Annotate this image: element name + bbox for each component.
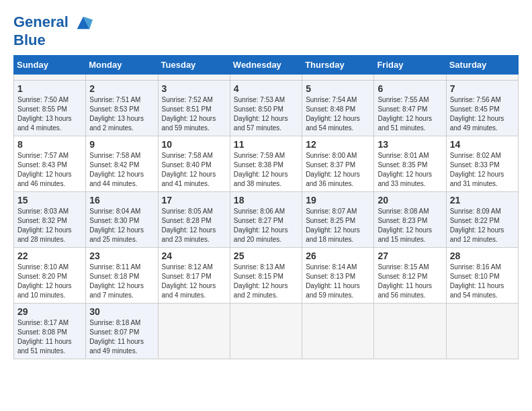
day-info: Sunrise: 7:50 AM Sunset: 8:55 PM Dayligh…: [17, 95, 82, 133]
day-number: 7: [450, 83, 515, 94]
col-header-friday: Friday: [374, 56, 446, 75]
day-number: 21: [450, 195, 515, 205]
col-header-saturday: Saturday: [446, 56, 518, 75]
calendar-cell: 18Sunrise: 8:06 AM Sunset: 8:27 PM Dayli…: [230, 192, 302, 248]
calendar-cell: 22Sunrise: 8:10 AM Sunset: 8:20 PM Dayli…: [14, 248, 86, 304]
day-info: Sunrise: 7:56 AM Sunset: 8:45 PM Dayligh…: [450, 95, 515, 133]
day-number: 3: [162, 83, 226, 94]
day-number: 17: [162, 195, 226, 205]
calendar-cell: 30Sunrise: 8:18 AM Sunset: 8:07 PM Dayli…: [86, 304, 158, 359]
day-info: Sunrise: 8:03 AM Sunset: 8:32 PM Dayligh…: [17, 207, 82, 244]
calendar-cell: 19Sunrise: 8:07 AM Sunset: 8:25 PM Dayli…: [302, 192, 374, 248]
day-info: Sunrise: 7:57 AM Sunset: 8:43 PM Dayligh…: [17, 151, 82, 189]
calendar-cell: 20Sunrise: 8:08 AM Sunset: 8:23 PM Dayli…: [374, 192, 446, 248]
day-number: 9: [89, 139, 154, 150]
calendar-cell: [14, 75, 86, 81]
day-number: 5: [306, 83, 370, 94]
calendar-cell: 4Sunrise: 7:53 AM Sunset: 8:50 PM Daylig…: [230, 81, 302, 136]
calendar-cell: 12Sunrise: 8:00 AM Sunset: 8:37 PM Dayli…: [302, 136, 374, 192]
day-number: 16: [89, 195, 154, 205]
calendar-cell: 29Sunrise: 8:17 AM Sunset: 8:08 PM Dayli…: [14, 304, 86, 359]
day-number: 27: [378, 250, 442, 261]
calendar-cell: 17Sunrise: 8:05 AM Sunset: 8:28 PM Dayli…: [158, 192, 230, 248]
day-number: 8: [17, 139, 82, 150]
day-number: 13: [378, 139, 442, 150]
calendar-cell: [86, 75, 158, 81]
calendar-cell: 2Sunrise: 7:51 AM Sunset: 8:53 PM Daylig…: [86, 81, 158, 136]
day-number: 23: [89, 250, 154, 261]
day-number: 10: [162, 139, 226, 150]
calendar-cell: 23Sunrise: 8:11 AM Sunset: 8:18 PM Dayli…: [86, 248, 158, 304]
day-info: Sunrise: 7:54 AM Sunset: 8:48 PM Dayligh…: [306, 95, 370, 133]
calendar-cell: 9Sunrise: 7:58 AM Sunset: 8:42 PM Daylig…: [86, 136, 158, 192]
day-info: Sunrise: 8:16 AM Sunset: 8:10 PM Dayligh…: [450, 263, 515, 300]
calendar-cell: 15Sunrise: 8:03 AM Sunset: 8:32 PM Dayli…: [14, 192, 86, 248]
calendar-cell: [374, 304, 446, 359]
col-header-thursday: Thursday: [302, 56, 374, 75]
day-info: Sunrise: 8:07 AM Sunset: 8:25 PM Dayligh…: [306, 207, 370, 244]
day-number: 6: [378, 83, 442, 94]
day-number: 12: [306, 139, 370, 150]
day-info: Sunrise: 8:06 AM Sunset: 8:27 PM Dayligh…: [234, 207, 298, 244]
logo-text: General: [13, 13, 93, 32]
day-info: Sunrise: 8:01 AM Sunset: 8:35 PM Dayligh…: [378, 151, 442, 189]
calendar-cell: [302, 304, 374, 359]
calendar-week-row: 22Sunrise: 8:10 AM Sunset: 8:20 PM Dayli…: [14, 248, 519, 304]
col-header-wednesday: Wednesday: [230, 56, 302, 75]
day-number: 26: [306, 250, 370, 261]
day-info: Sunrise: 7:51 AM Sunset: 8:53 PM Dayligh…: [89, 95, 154, 133]
day-info: Sunrise: 7:58 AM Sunset: 8:40 PM Dayligh…: [162, 151, 226, 189]
calendar-cell: 21Sunrise: 8:09 AM Sunset: 8:22 PM Dayli…: [446, 192, 518, 248]
calendar-table: SundayMondayTuesdayWednesdayThursdayFrid…: [13, 55, 519, 359]
calendar-week-row: [14, 75, 519, 81]
calendar-header-row: SundayMondayTuesdayWednesdayThursdayFrid…: [14, 56, 519, 75]
day-number: 19: [306, 195, 370, 205]
day-info: Sunrise: 8:10 AM Sunset: 8:20 PM Dayligh…: [17, 263, 82, 300]
calendar-cell: [374, 75, 446, 81]
calendar-cell: 10Sunrise: 7:58 AM Sunset: 8:40 PM Dayli…: [158, 136, 230, 192]
day-info: Sunrise: 7:52 AM Sunset: 8:51 PM Dayligh…: [162, 95, 226, 133]
day-number: 29: [17, 306, 82, 317]
day-info: Sunrise: 8:05 AM Sunset: 8:28 PM Dayligh…: [162, 207, 226, 244]
day-info: Sunrise: 8:02 AM Sunset: 8:33 PM Dayligh…: [450, 151, 515, 189]
calendar-cell: [158, 304, 230, 359]
calendar-cell: [302, 75, 374, 81]
calendar-cell: [230, 304, 302, 359]
day-number: 11: [234, 139, 298, 150]
day-info: Sunrise: 8:13 AM Sunset: 8:15 PM Dayligh…: [234, 263, 298, 300]
calendar-cell: [446, 75, 518, 81]
day-number: 14: [450, 139, 515, 150]
calendar-cell: 5Sunrise: 7:54 AM Sunset: 8:48 PM Daylig…: [302, 81, 374, 136]
page-header: General Blue: [13, 13, 519, 48]
day-info: Sunrise: 8:17 AM Sunset: 8:08 PM Dayligh…: [17, 318, 82, 356]
calendar-week-row: 15Sunrise: 8:03 AM Sunset: 8:32 PM Dayli…: [14, 192, 519, 248]
calendar-cell: 7Sunrise: 7:56 AM Sunset: 8:45 PM Daylig…: [446, 81, 518, 136]
calendar-cell: 27Sunrise: 8:15 AM Sunset: 8:12 PM Dayli…: [374, 248, 446, 304]
day-info: Sunrise: 8:18 AM Sunset: 8:07 PM Dayligh…: [89, 318, 154, 356]
day-info: Sunrise: 8:14 AM Sunset: 8:13 PM Dayligh…: [306, 263, 370, 300]
day-info: Sunrise: 8:00 AM Sunset: 8:37 PM Dayligh…: [306, 151, 370, 189]
day-info: Sunrise: 8:09 AM Sunset: 8:22 PM Dayligh…: [450, 207, 515, 244]
day-number: 25: [234, 250, 298, 261]
calendar-week-row: 8Sunrise: 7:57 AM Sunset: 8:43 PM Daylig…: [14, 136, 519, 192]
calendar-cell: 1Sunrise: 7:50 AM Sunset: 8:55 PM Daylig…: [14, 81, 86, 136]
day-number: 2: [89, 83, 154, 94]
col-header-sunday: Sunday: [14, 56, 86, 75]
day-info: Sunrise: 8:08 AM Sunset: 8:23 PM Dayligh…: [378, 207, 442, 244]
calendar-cell: 3Sunrise: 7:52 AM Sunset: 8:51 PM Daylig…: [158, 81, 230, 136]
day-number: 28: [450, 250, 515, 261]
day-info: Sunrise: 8:04 AM Sunset: 8:30 PM Dayligh…: [89, 207, 154, 244]
calendar-cell: 6Sunrise: 7:55 AM Sunset: 8:47 PM Daylig…: [374, 81, 446, 136]
day-info: Sunrise: 7:58 AM Sunset: 8:42 PM Dayligh…: [89, 151, 154, 189]
calendar-cell: 24Sunrise: 8:12 AM Sunset: 8:17 PM Dayli…: [158, 248, 230, 304]
calendar-cell: 16Sunrise: 8:04 AM Sunset: 8:30 PM Dayli…: [86, 192, 158, 248]
day-number: 20: [378, 195, 442, 205]
calendar-cell: 11Sunrise: 7:59 AM Sunset: 8:38 PM Dayli…: [230, 136, 302, 192]
calendar-cell: 26Sunrise: 8:14 AM Sunset: 8:13 PM Dayli…: [302, 248, 374, 304]
calendar-week-row: 29Sunrise: 8:17 AM Sunset: 8:08 PM Dayli…: [14, 304, 519, 359]
day-info: Sunrise: 8:15 AM Sunset: 8:12 PM Dayligh…: [378, 263, 442, 300]
calendar-cell: [158, 75, 230, 81]
calendar-cell: 25Sunrise: 8:13 AM Sunset: 8:15 PM Dayli…: [230, 248, 302, 304]
day-info: Sunrise: 7:55 AM Sunset: 8:47 PM Dayligh…: [378, 95, 442, 133]
calendar-cell: 13Sunrise: 8:01 AM Sunset: 8:35 PM Dayli…: [374, 136, 446, 192]
